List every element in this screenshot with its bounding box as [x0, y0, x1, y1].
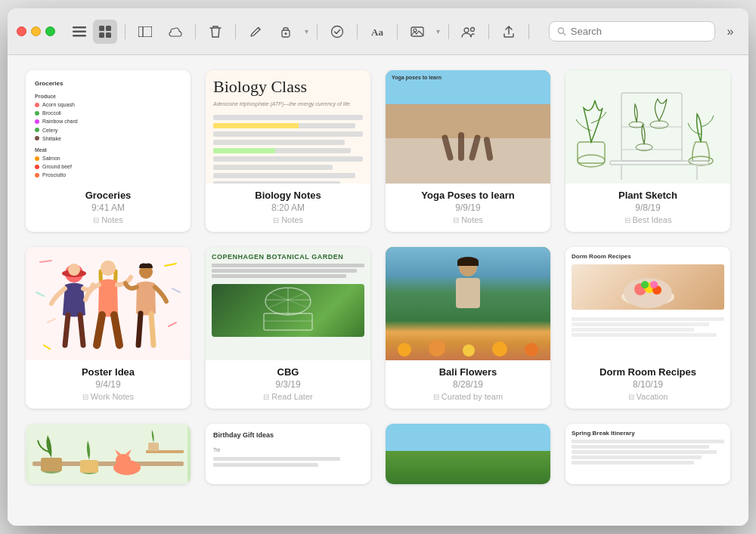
note-date-cbg: 9/3/19 — [213, 379, 363, 390]
note-thumbnail-cbg: Copenhagen Botanical Garden — [206, 247, 370, 360]
folder-icon: ⊟ — [82, 393, 88, 401]
checklist-button[interactable] — [325, 20, 349, 44]
svg-point-15 — [464, 28, 469, 32]
note-card-cbg[interactable]: Copenhagen Botanical Garden — [206, 247, 370, 409]
separator-2 — [195, 24, 196, 39]
grid-view-button[interactable] — [93, 20, 117, 44]
svg-rect-6 — [106, 32, 111, 38]
format-button[interactable]: Aa — [365, 20, 389, 44]
note-title-bali: Bali Flowers — [393, 366, 543, 378]
search-input[interactable] — [571, 26, 707, 37]
export-button[interactable] — [497, 20, 521, 44]
note-folder-cbg: ⊟ Read Later — [213, 392, 363, 401]
lock-button[interactable] — [274, 20, 298, 44]
close-button[interactable] — [17, 26, 26, 36]
note-title-biology: Biology Notes — [213, 190, 363, 201]
icloud-button[interactable] — [163, 20, 187, 44]
note-info-yoga: Yoga Poses to learn 9/9/19 ⊟ Notes — [386, 184, 550, 232]
svg-rect-64 — [80, 460, 98, 473]
separator-4 — [317, 24, 318, 39]
note-card-flowers2[interactable] — [386, 424, 550, 484]
note-card-poster[interactable]: Poster Idea 9/4/19 ⊟ Work Notes — [26, 247, 191, 409]
note-card-yoga[interactable]: Yoga poses to learn Yoga Poses to l — [386, 70, 550, 232]
note-thumbnail-plant — [565, 70, 730, 184]
note-info-cbg: CBG 9/3/19 ⊟ Read Later — [206, 360, 370, 409]
svg-rect-19 — [578, 142, 605, 163]
folder-icon: ⊟ — [628, 393, 634, 401]
svg-rect-13 — [411, 27, 423, 36]
compose-button[interactable] — [243, 20, 268, 44]
note-card-plant[interactable]: Plant Sketch 9/8/19 ⊟ Best Ideas — [565, 70, 730, 232]
note-info-plant: Plant Sketch 9/8/19 ⊟ Best Ideas — [565, 184, 730, 232]
notes-content: Groceries Produce Acorn squash Broccoli … — [8, 55, 748, 526]
svg-rect-2 — [73, 35, 86, 37]
note-thumbnail-dorm: Dorm Room Recipes — [565, 247, 730, 360]
note-folder-bali: ⊟ Curated by team — [393, 392, 543, 401]
note-folder-groceries: ⊟ Notes — [33, 215, 183, 224]
svg-point-16 — [471, 27, 475, 31]
notes-grid: Groceries Produce Acorn squash Broccoli … — [26, 70, 730, 484]
sidebar-toggle-button[interactable] — [133, 20, 157, 44]
note-title-dorm: Dorm Room Recipes — [573, 366, 723, 378]
note-thumbnail-yoga: Yoga poses to learn — [386, 70, 550, 184]
share-people-button[interactable] — [457, 20, 481, 44]
search-bar[interactable] — [549, 21, 715, 42]
svg-point-14 — [414, 29, 417, 32]
folder-icon: ⊟ — [453, 216, 459, 224]
svg-rect-5 — [99, 32, 104, 38]
attachment-button[interactable] — [405, 20, 429, 44]
titlebar: ▾ Aa ▾ — [8, 8, 748, 55]
minimize-button[interactable] — [31, 26, 41, 36]
svg-point-57 — [641, 281, 649, 289]
separator-1 — [125, 24, 125, 39]
svg-point-58 — [650, 281, 658, 289]
note-card-plants2[interactable] — [26, 424, 191, 484]
svg-rect-3 — [99, 26, 104, 31]
svg-point-10 — [285, 32, 287, 35]
folder-icon: ⊟ — [273, 216, 279, 224]
maximize-button[interactable] — [45, 26, 55, 36]
folder-icon: ⊟ — [263, 393, 269, 401]
separator-6 — [397, 24, 398, 39]
note-thumbnail-birthday: Birthday Gift Ideas Tie — [206, 424, 370, 484]
svg-rect-1 — [73, 30, 86, 32]
svg-text:Aa: Aa — [371, 26, 383, 38]
note-title-cbg: CBG — [213, 366, 363, 378]
note-thumbnail-bali — [386, 247, 550, 360]
note-card-biology[interactable]: Biology Class Adenosine triphosphate (AT… — [206, 70, 370, 232]
svg-point-17 — [558, 28, 563, 33]
note-title-groceries: Groceries — [33, 190, 183, 201]
note-card-groceries[interactable]: Groceries Produce Acorn squash Broccoli … — [26, 70, 191, 232]
note-folder-biology: ⊟ Notes — [213, 215, 363, 224]
note-card-spring[interactable]: Spring Break Itinerary — [565, 424, 730, 484]
separator-3 — [235, 24, 236, 39]
svg-rect-0 — [73, 26, 86, 29]
svg-point-40 — [68, 264, 80, 276]
note-date-yoga: 9/9/19 — [393, 202, 543, 213]
note-folder-plant: ⊟ Best Ideas — [573, 215, 723, 224]
delete-button[interactable] — [203, 20, 228, 44]
note-info-dorm: Dorm Room Recipes 8/10/19 ⊟ Vacation — [565, 360, 730, 409]
more-button[interactable]: » — [721, 20, 739, 44]
note-date-biology: 8:20 AM — [213, 202, 363, 213]
note-thumbnail-poster — [26, 247, 191, 360]
traffic-lights — [17, 26, 55, 36]
main-window: ▾ Aa ▾ — [8, 8, 748, 526]
note-card-birthday[interactable]: Birthday Gift Ideas Tie — [206, 424, 370, 484]
note-thumbnail-spring: Spring Break Itinerary — [565, 424, 730, 484]
note-folder-poster: ⊟ Work Notes — [33, 392, 183, 401]
note-title-poster: Poster Idea — [33, 366, 183, 378]
svg-rect-27 — [610, 161, 708, 165]
note-card-dorm[interactable]: Dorm Room Recipes — [565, 247, 730, 409]
note-title-plant: Plant Sketch — [573, 190, 723, 201]
svg-rect-59 — [29, 424, 187, 484]
folder-icon: ⊟ — [624, 216, 631, 224]
svg-point-42 — [101, 261, 116, 276]
note-card-bali[interactable]: Bali Flowers 8/28/19 ⊟ Curated by team — [386, 247, 550, 409]
folder-icon: ⊟ — [93, 216, 99, 224]
note-folder-dorm: ⊟ Vacation — [573, 392, 723, 401]
list-view-button[interactable] — [67, 20, 91, 44]
note-title-yoga: Yoga Poses to learn — [393, 190, 543, 201]
note-thumbnail-biology: Biology Class Adenosine triphosphate (AT… — [206, 70, 370, 184]
note-info-groceries: Groceries 9:41 AM ⊟ Notes — [26, 184, 191, 232]
